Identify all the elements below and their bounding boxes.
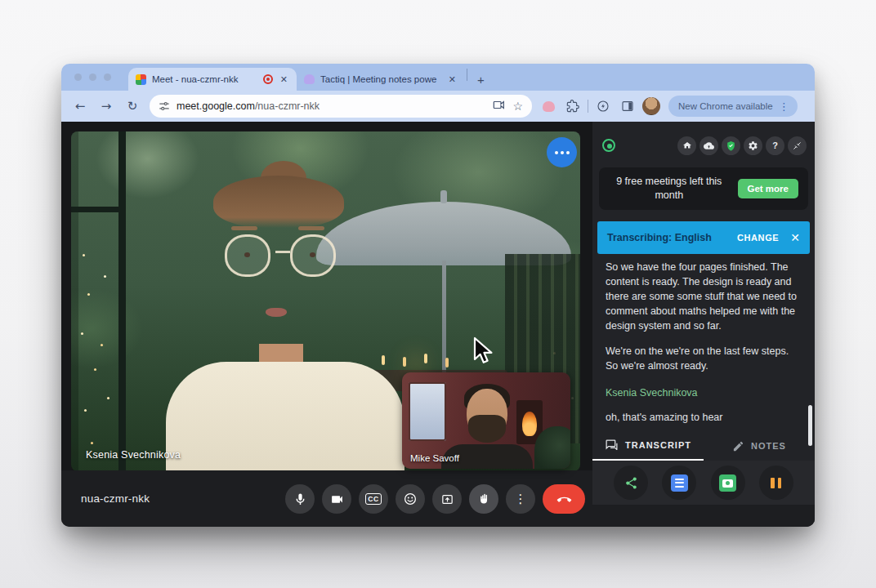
back-button[interactable]: ← (69, 96, 91, 117)
google-docs-button[interactable] (662, 466, 696, 500)
url-domain: meet.google.com (177, 100, 255, 112)
tactiq-extension-icon[interactable] (539, 96, 558, 116)
sidebar-scrollbar[interactable] (808, 405, 812, 446)
quota-text: 9 free meetings left this month (609, 175, 730, 203)
tab-transcript[interactable]: TRANSCRIPT (592, 431, 704, 461)
site-settings-icon[interactable] (159, 100, 170, 112)
participant-figure (231, 226, 257, 230)
help-icon: ? (772, 140, 778, 150)
transcript-paragraph: We're on the we're on the last few steps… (606, 344, 802, 373)
minimize-window-button[interactable] (89, 74, 96, 81)
participant-figure (275, 251, 290, 253)
extensions-puzzle-icon[interactable] (563, 96, 583, 116)
present-button[interactable] (432, 484, 462, 514)
tab-meet[interactable]: Meet - nua-czmr-nkk ✕ (128, 68, 297, 91)
transcribing-banner: Transcribing: English CHANGE ✕ (597, 221, 810, 254)
change-language-button[interactable]: CHANGE (737, 233, 779, 243)
cloud-upload-button[interactable] (699, 136, 718, 155)
captions-button[interactable]: CC (359, 484, 388, 514)
url-text[interactable]: meet.google.com/nua-czmr-nkk (177, 100, 486, 112)
transcript-icon (605, 439, 619, 452)
more-options-button[interactable]: ⋮ (506, 484, 535, 514)
tab-tactiq[interactable]: Tactiq | Meeting notes powe ✕ (297, 68, 465, 91)
tab-notes[interactable]: NOTES (704, 431, 815, 461)
privacy-shield-button[interactable] (722, 136, 740, 155)
share-icon (624, 476, 638, 490)
tab-close-icon[interactable]: ✕ (447, 74, 458, 85)
meet-control-bar: nua-czmr-nkk CC (61, 470, 592, 527)
address-bar[interactable]: meet.google.com/nua-czmr-nkk ☆ (150, 95, 532, 118)
screenshot-camera-icon (719, 474, 736, 492)
reload-button[interactable]: ↻ (122, 96, 143, 117)
share-button[interactable] (614, 466, 648, 500)
sidebar-footer-spacer (592, 505, 815, 527)
toolbar-separator (588, 100, 588, 113)
zoom-window-button[interactable] (104, 74, 111, 81)
pip-participant-figure (468, 415, 506, 443)
performance-icon[interactable] (593, 96, 613, 116)
pip-video-tile[interactable]: Mike Savoff (402, 372, 570, 469)
url-path: /nua-czmr-nkk (255, 100, 320, 112)
reactions-button[interactable] (396, 484, 425, 514)
meet-controls: CC ⋮ (285, 484, 585, 514)
transcript-panel[interactable]: everything that Mike Savoff So we have t… (592, 254, 815, 431)
participant-figure (244, 252, 250, 257)
raise-hand-button[interactable] (469, 484, 498, 514)
main-participant-name: Ksenia Svechnikova (86, 449, 181, 461)
meeting-code: nua-czmr-nkk (81, 492, 150, 505)
pause-icon (771, 478, 781, 488)
home-button[interactable] (677, 136, 696, 155)
mouse-cursor (472, 336, 495, 371)
forward-button[interactable]: → (96, 96, 117, 117)
window-controls[interactable] (74, 74, 111, 81)
candles-decoration (382, 355, 385, 365)
browser-menu-icon[interactable]: ⋮ (779, 100, 789, 113)
recording-status-icon (602, 139, 615, 152)
pause-transcription-button[interactable] (759, 466, 793, 500)
cc-icon: CC (365, 493, 382, 505)
tab-strip: Meet - nua-czmr-nkk ✕ Tactiq | Meeting n… (61, 64, 815, 91)
browser-window: Meet - nua-czmr-nkk ✕ Tactiq | Meeting n… (61, 64, 815, 527)
chrome-update-label: New Chrome available (678, 101, 773, 111)
camera-button[interactable] (322, 484, 351, 514)
participant-figure (310, 252, 315, 257)
browser-toolbar: ← → ↻ meet.google.com/nua-czmr-nkk ☆ (61, 91, 815, 122)
new-tab-button[interactable]: + (472, 73, 489, 87)
pip-participant-name: Mike Savoff (410, 453, 459, 463)
microphone-button[interactable] (285, 484, 315, 514)
detach-panel-button[interactable] (788, 136, 807, 155)
profile-avatar[interactable] (642, 97, 660, 115)
transcript-paragraph: So we have the four pages finished. The … (606, 260, 802, 334)
participant-figure (298, 226, 324, 230)
tab-transcript-label: TRANSCRIPT (625, 440, 691, 450)
tab-title: Meet - nua-czmr-nkk (152, 74, 257, 84)
get-more-button[interactable]: Get more (738, 179, 799, 198)
tab-recording-icon (263, 74, 273, 84)
side-panel-icon[interactable] (618, 96, 637, 116)
tactiq-header: ? (592, 122, 815, 163)
close-window-button[interactable] (74, 74, 82, 81)
chat-bubble-button[interactable] (547, 137, 577, 167)
help-button[interactable]: ? (766, 136, 784, 155)
end-call-button[interactable] (543, 484, 585, 514)
bookmark-star-icon[interactable]: ☆ (512, 100, 523, 113)
tab-close-icon[interactable]: ✕ (279, 74, 289, 85)
pip-plant-decoration (534, 426, 570, 469)
quota-card: 9 free meetings left this month Get more (599, 167, 808, 210)
pip-window-decoration (409, 382, 446, 441)
transcript-paragraph: oh, that's amazing to hear (606, 410, 802, 425)
chrome-update-button[interactable]: New Chrome available ⋮ (668, 96, 798, 117)
screenshot-button[interactable] (711, 466, 745, 500)
tactiq-sidebar: ? 9 free meetings left this month Get mo… (592, 122, 815, 527)
participant-figure (166, 362, 404, 471)
tab-title: Tactiq | Meeting notes powe (320, 74, 441, 84)
sidebar-actions (592, 461, 815, 505)
chat-dots-icon (561, 151, 564, 154)
tab-camera-indicator-icon[interactable] (493, 99, 506, 114)
desktop: Meet - nua-czmr-nkk ✕ Tactiq | Meeting n… (0, 0, 876, 588)
tactiq-favicon-icon (304, 74, 315, 84)
banner-close-icon[interactable]: ✕ (790, 231, 800, 244)
settings-button[interactable] (744, 136, 762, 155)
string-lights-decoration (83, 254, 85, 256)
tab-separator (467, 69, 467, 81)
